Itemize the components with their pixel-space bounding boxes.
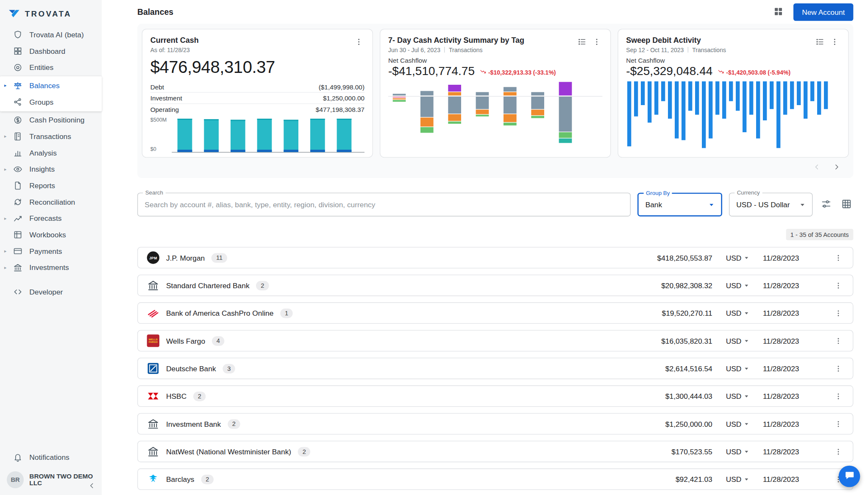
deutsche-logo <box>147 362 159 375</box>
trovata-logo[interactable]: TROVATA <box>0 0 102 27</box>
sidebar-item-balances[interactable]: ▸Balances <box>0 78 102 94</box>
debit-bar <box>736 81 740 111</box>
currency-dropdown[interactable]: USD <box>726 447 751 456</box>
sidebar-item-label: Forecasts <box>29 214 61 222</box>
cash-bar-base-segment <box>337 150 352 152</box>
sidebar-item-label: Balances <box>29 81 59 90</box>
currency-dropdown[interactable]: USD <box>726 253 751 262</box>
chevron-down-icon[interactable] <box>743 254 751 262</box>
carousel-prev-button[interactable] <box>812 161 822 174</box>
account-row-standard-chartered-bank[interactable]: Standard Chartered Bank2$20,982,308.32US… <box>137 275 853 296</box>
sidebar-item-dashboard[interactable]: Dashboard <box>0 43 102 59</box>
search-input[interactable] <box>138 200 630 209</box>
sidebar-item-payments[interactable]: ▸Payments <box>0 243 102 259</box>
sidebar-item-label: Reports <box>29 181 55 190</box>
sidebar-item-entities[interactable]: Entities <box>0 59 102 76</box>
chevron-down-icon[interactable] <box>743 420 751 428</box>
carousel-next-button[interactable] <box>831 161 842 174</box>
currency-dropdown[interactable]: USD <box>726 364 751 373</box>
account-row-natwest-national-westminister-bank[interactable]: NatWest (National Westminister Bank)2$17… <box>137 441 853 462</box>
account-row-j-p-morgan[interactable]: JPMJ.P. Morgan11$418,250,553.87USD11/28/… <box>137 247 853 269</box>
row-menu-button[interactable] <box>833 252 843 263</box>
account-row-deutsche-bank[interactable]: Deutsche Bank3$2,614,516.54USD11/28/2023 <box>137 358 853 379</box>
sweep-debit-card: Sweep Debit Activity Sep 12 - Oct 11, 20… <box>618 29 849 158</box>
sidebar-item-cash-positioning[interactable]: Cash Positioning <box>0 112 102 128</box>
currency-dropdown[interactable]: USD <box>726 281 751 289</box>
chevron-down-icon[interactable] <box>707 200 716 209</box>
sidebar-item-insights[interactable]: ▸Insights <box>0 161 102 178</box>
new-account-button[interactable]: New Account <box>793 3 853 20</box>
chevron-down-icon[interactable] <box>743 337 751 345</box>
reports-icon <box>13 181 23 191</box>
chevron-down-icon[interactable] <box>743 364 751 373</box>
row-menu-button[interactable] <box>833 418 843 429</box>
kebab-menu-icon <box>830 37 839 48</box>
currency-dropdown[interactable]: USD <box>726 475 751 484</box>
chevron-down-icon[interactable] <box>743 475 751 483</box>
currency-dropdown[interactable]: USD <box>726 309 751 317</box>
grid-view-button[interactable] <box>840 197 853 212</box>
chat-button[interactable] <box>839 466 860 487</box>
stacked-bar <box>559 80 572 143</box>
chevron-down-icon[interactable] <box>743 281 751 289</box>
bank-name: HSBC <box>166 392 186 400</box>
group-by-select[interactable]: Group By Bank <box>637 193 722 217</box>
debit-bar <box>756 81 760 138</box>
sidebar-item-investments[interactable]: ▸Investments <box>0 259 102 276</box>
list-view-icon <box>578 37 587 48</box>
card-list-view-button[interactable] <box>814 36 826 49</box>
chevron-down-icon[interactable] <box>743 309 751 317</box>
card-menu-button[interactable] <box>353 36 364 49</box>
expand-caret-icon[interactable]: ▸ <box>2 83 8 88</box>
sidebar-item-forecasts[interactable]: ▸Forecasts <box>0 210 102 227</box>
row-menu-button[interactable] <box>833 391 843 401</box>
currency-dropdown[interactable]: USD <box>726 336 751 345</box>
expand-caret-icon[interactable]: ▸ <box>2 167 8 172</box>
sidebar-item-analysis[interactable]: Analysis <box>0 145 102 161</box>
delta-text: -$10,322,913.33 (-33.1%) <box>488 69 556 76</box>
account-row-barclays[interactable]: Barclays2$92,421.03USD11/28/2023 <box>137 468 853 490</box>
row-menu-button[interactable] <box>833 335 843 346</box>
account-row-bank-of-america-cashpro-online[interactable]: Bank of America CashPro Online1$19,520,2… <box>137 302 853 324</box>
expand-caret-icon[interactable]: ▸ <box>2 249 8 253</box>
card-menu-button[interactable] <box>829 36 840 49</box>
breakdown-label: Debt <box>150 83 164 90</box>
account-row-investment-bank[interactable]: Investment Bank2$1,250,000.00USD11/28/20… <box>137 413 853 435</box>
sidebar-item-label: Reconciliation <box>29 198 75 206</box>
expand-caret-icon[interactable]: ▸ <box>2 216 8 221</box>
notifications-item[interactable]: Notifications <box>0 449 102 466</box>
sidebar-item-reconciliation[interactable]: Reconciliation <box>0 194 102 210</box>
debit-bar <box>824 81 828 109</box>
account-row-wells-fargo[interactable]: WELLSFARGOWells Fargo4$16,035,820.31USD1… <box>137 330 853 352</box>
row-menu-button[interactable] <box>833 446 843 457</box>
card-list-view-button[interactable] <box>576 36 588 49</box>
sidebar-item-transactions[interactable]: ▸Transactions <box>0 128 102 145</box>
row-menu-button[interactable] <box>833 363 843 374</box>
account-row-hsbc[interactable]: HSBC2$1,300,444.03USD11/28/2023 <box>137 385 853 407</box>
row-menu-button[interactable] <box>833 308 843 318</box>
debit-bar <box>634 81 638 117</box>
sidebar-item-trovata-ai-beta[interactable]: Trovata AI (beta) <box>0 27 102 43</box>
accounts-list: JPMJ.P. Morgan11$418,250,553.87USD11/28/… <box>137 247 853 495</box>
expand-caret-icon[interactable]: ▸ <box>2 265 8 270</box>
segment-gray <box>504 97 517 114</box>
sidebar-item-workbooks[interactable]: Workbooks <box>0 227 102 243</box>
sidebar-item-label: Groups <box>29 98 53 106</box>
filter-settings-button[interactable] <box>819 197 833 212</box>
expand-caret-icon[interactable]: ▸ <box>2 134 8 139</box>
chevron-down-icon[interactable] <box>743 392 751 400</box>
debit-bar <box>790 81 794 109</box>
currency-select[interactable]: Currency USD - US Dollar <box>729 193 812 217</box>
currency-dropdown[interactable]: USD <box>726 392 751 400</box>
chevron-down-icon[interactable] <box>743 448 751 456</box>
sidebar-item-groups[interactable]: Groups <box>0 94 102 110</box>
layout-grid-button[interactable] <box>772 5 784 19</box>
row-menu-button[interactable] <box>833 280 843 291</box>
chevron-down-icon[interactable] <box>798 200 807 209</box>
sidebar-item-reports[interactable]: Reports <box>0 178 102 194</box>
card-menu-button[interactable] <box>591 36 603 49</box>
sidebar-item-developer[interactable]: Developer <box>0 284 102 300</box>
currency-dropdown[interactable]: USD <box>726 420 751 428</box>
collapse-sidebar-button[interactable] <box>88 481 96 492</box>
account-switcher[interactable]: BR BROWN TWO DEMO LLC <box>0 466 102 488</box>
